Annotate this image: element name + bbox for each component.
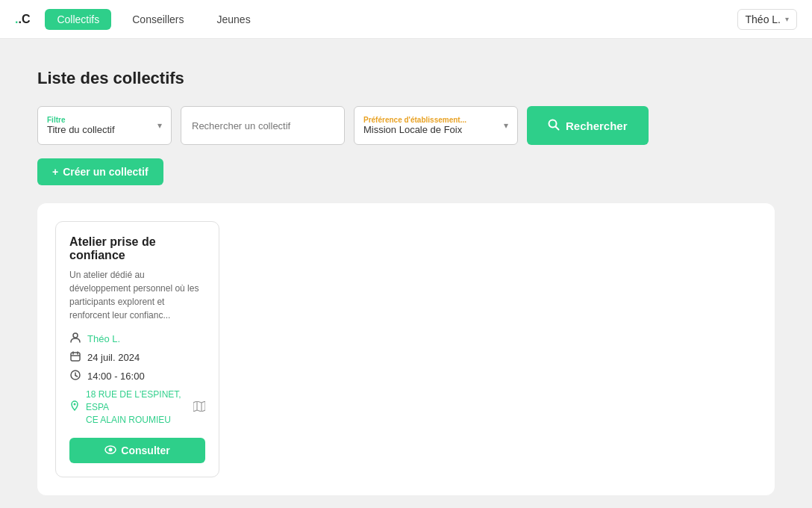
etablissement-select[interactable]: Préférence d'établissement... Mission Lo… — [354, 106, 518, 145]
search-button-label: Rechercher — [566, 120, 628, 132]
consult-button[interactable]: Consulter — [69, 438, 205, 463]
search-icon — [548, 119, 560, 133]
search-button[interactable]: Rechercher — [527, 106, 649, 145]
user-name: Théo L. — [746, 13, 781, 25]
card-date: 24 juil. 2024 — [87, 352, 140, 363]
svg-point-15 — [109, 448, 113, 452]
filter-value: Titre du collectif — [47, 124, 115, 135]
card-address-row: 18 RUE DE L'ESPINET, ESPA CE ALAIN ROUMI… — [69, 388, 205, 426]
filter-label: Filtre — [47, 116, 115, 124]
etab-chevron-icon: ▾ — [504, 120, 508, 131]
user-menu[interactable]: Théo L. ▾ — [737, 9, 797, 30]
create-collectif-button[interactable]: + Créer un collectif — [37, 158, 163, 185]
card-title: Atelier prise de confiance — [69, 235, 205, 262]
svg-rect-3 — [71, 353, 80, 361]
clock-icon — [69, 370, 81, 382]
calendar-icon — [69, 351, 81, 364]
svg-marker-11 — [193, 401, 205, 412]
card-date-row: 24 juil. 2024 — [69, 351, 205, 364]
collectif-card: Atelier prise de confiance Un atelier dé… — [55, 221, 219, 477]
card-address-line2: CE ALAIN ROUMIEU — [86, 414, 187, 427]
card-person-name: Théo L. — [87, 333, 120, 344]
consult-btn-label: Consulter — [121, 444, 169, 456]
plus-icon: + — [52, 166, 58, 178]
logo: ..C — [15, 13, 30, 26]
card-container: Atelier prise de confiance Un atelier dé… — [37, 203, 775, 495]
nav-conseillers[interactable]: Conseillers — [120, 9, 196, 30]
eye-icon — [104, 444, 116, 456]
card-time-row: 14:00 - 16:00 — [69, 370, 205, 382]
chevron-down-icon: ▾ — [785, 15, 789, 23]
search-input[interactable] — [192, 120, 334, 131]
filter-bar: Filtre Titre du collectif ▾ Préférence d… — [37, 106, 775, 145]
svg-point-2 — [73, 333, 78, 338]
nav-right: Théo L. ▾ — [737, 9, 797, 30]
location-icon — [69, 400, 80, 414]
card-person-row: Théo L. — [69, 332, 205, 345]
svg-point-10 — [74, 403, 76, 406]
nav-collectifs[interactable]: Collectifs — [45, 9, 111, 30]
etab-value: Mission Locale de Foix — [363, 124, 466, 135]
card-info: Théo L. 24 juil. 2024 — [69, 332, 205, 426]
card-address-line1: 18 RUE DE L'ESPINET, ESPA — [86, 388, 187, 414]
nav-jeunes[interactable]: Jeunes — [205, 9, 263, 30]
filter-chevron-icon: ▾ — [157, 120, 162, 131]
card-description: Un atelier dédié au développement person… — [69, 268, 205, 322]
page-title: Liste des collectifs — [37, 69, 775, 88]
search-input-wrap[interactable] — [181, 106, 345, 145]
etab-label: Préférence d'établissement... — [363, 116, 466, 124]
navbar: ..C Collectifs Conseillers Jeunes Théo L… — [0, 0, 812, 39]
svg-line-1 — [556, 126, 559, 129]
main-content: Liste des collectifs Filtre Titre du col… — [0, 39, 812, 508]
person-icon — [69, 332, 81, 345]
create-btn-label: Créer un collectif — [63, 166, 148, 178]
map-icon[interactable] — [193, 401, 205, 414]
svg-line-9 — [75, 376, 78, 377]
filter-select[interactable]: Filtre Titre du collectif ▾ — [37, 106, 172, 145]
card-time: 14:00 - 16:00 — [87, 371, 145, 382]
